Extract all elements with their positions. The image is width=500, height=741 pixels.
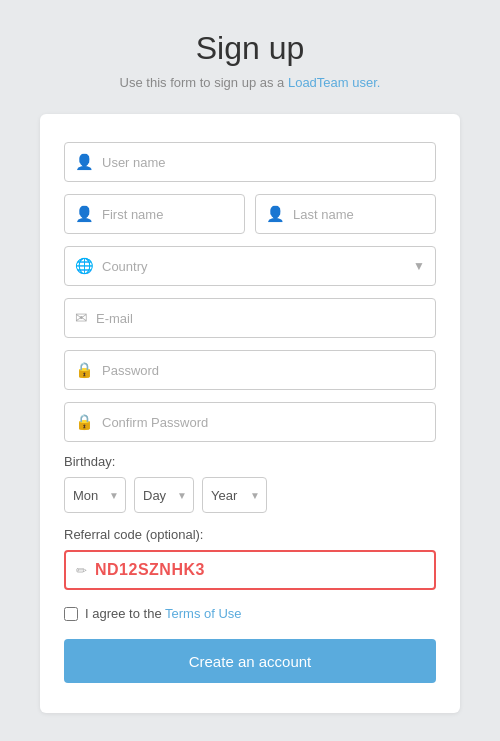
password-field-group: 🔒 [64, 350, 436, 390]
subtitle: Use this form to sign up as a LoadTeam u… [120, 75, 381, 90]
year-select[interactable]: Year for(let y=2024;y>=1920;y--) documen… [211, 488, 258, 503]
username-input[interactable] [102, 155, 425, 170]
lastname-input[interactable] [293, 207, 425, 222]
firstname-input-wrapper: 👤 [64, 194, 245, 234]
terms-checkbox[interactable] [64, 607, 78, 621]
day-select-wrapper: Day for(let i=1;i<=31;i++) document.writ… [134, 477, 194, 513]
referral-field-group: Referral code (optional): ✏ [64, 527, 436, 590]
username-input-wrapper: 👤 [64, 142, 436, 182]
pencil-icon: ✏ [76, 563, 87, 578]
page-title: Sign up [196, 30, 305, 67]
confirm-password-input-wrapper: 🔒 [64, 402, 436, 442]
terms-row: I agree to the Terms of Use [64, 606, 436, 621]
country-select[interactable]: Country [102, 259, 425, 274]
lastname-user-icon: 👤 [266, 205, 285, 223]
birthday-label: Birthday: [64, 454, 436, 469]
country-select-wrapper: 🌐 Country ▼ [64, 246, 436, 286]
referral-label: Referral code (optional): [64, 527, 436, 542]
terms-text: I agree to the Terms of Use [85, 606, 242, 621]
month-select[interactable]: Mon JanFebMar AprMayJun JulAugSep OctNov… [73, 488, 117, 503]
signup-card: 👤 👤 👤 🌐 Country ▼ ✉ [40, 114, 460, 713]
lock-icon: 🔒 [75, 361, 94, 379]
firstname-user-icon: 👤 [75, 205, 94, 223]
birthday-field-group: Birthday: Mon JanFebMar AprMayJun JulAug… [64, 454, 436, 513]
email-field-group: ✉ [64, 298, 436, 338]
user-icon: 👤 [75, 153, 94, 171]
password-input-wrapper: 🔒 [64, 350, 436, 390]
lastname-input-wrapper: 👤 [255, 194, 436, 234]
referral-input-wrapper: ✏ [64, 550, 436, 590]
password-input[interactable] [102, 363, 425, 378]
globe-icon: 🌐 [75, 257, 94, 275]
terms-link[interactable]: Terms of Use [165, 606, 242, 621]
day-select[interactable]: Day for(let i=1;i<=31;i++) document.writ… [143, 488, 185, 503]
create-account-button[interactable]: Create an account [64, 639, 436, 683]
name-field-group: 👤 👤 [64, 194, 436, 234]
subtitle-link[interactable]: LoadTeam user. [288, 75, 381, 90]
month-select-wrapper: Mon JanFebMar AprMayJun JulAugSep OctNov… [64, 477, 126, 513]
birthday-row: Mon JanFebMar AprMayJun JulAugSep OctNov… [64, 477, 436, 513]
firstname-input[interactable] [102, 207, 234, 222]
confirm-lock-icon: 🔒 [75, 413, 94, 431]
username-field-group: 👤 [64, 142, 436, 182]
email-icon: ✉ [75, 309, 88, 327]
email-input-wrapper: ✉ [64, 298, 436, 338]
confirm-password-field-group: 🔒 [64, 402, 436, 442]
year-select-wrapper: Year for(let y=2024;y>=1920;y--) documen… [202, 477, 267, 513]
country-field-group: 🌐 Country ▼ [64, 246, 436, 286]
referral-input[interactable] [95, 561, 424, 579]
email-input[interactable] [96, 311, 425, 326]
confirm-password-input[interactable] [102, 415, 425, 430]
